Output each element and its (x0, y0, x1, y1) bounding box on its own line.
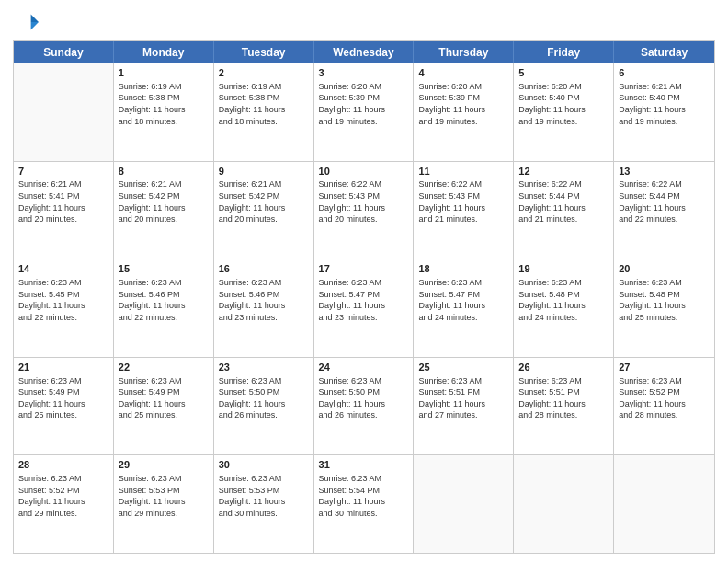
calendar-row-5: 28Sunrise: 6:23 AM Sunset: 5:52 PM Dayli… (14, 454, 714, 553)
calendar-row-4: 21Sunrise: 6:23 AM Sunset: 5:49 PM Dayli… (14, 357, 714, 455)
header-day-friday: Friday (514, 41, 614, 63)
header (13, 9, 715, 35)
cell-info: Sunrise: 6:21 AM Sunset: 5:42 PM Dayligh… (219, 178, 309, 224)
calendar-cell-10: 10Sunrise: 6:22 AM Sunset: 5:43 PM Dayli… (314, 162, 415, 259)
day-number: 8 (119, 165, 209, 178)
calendar-cell-empty (514, 455, 614, 553)
day-number: 22 (119, 361, 209, 374)
calendar-cell-6: 6Sunrise: 6:21 AM Sunset: 5:40 PM Daylig… (614, 63, 714, 161)
calendar-cell-14: 14Sunrise: 6:23 AM Sunset: 5:45 PM Dayli… (14, 259, 114, 357)
day-number: 27 (619, 361, 710, 374)
cell-info: Sunrise: 6:23 AM Sunset: 5:52 PM Dayligh… (18, 473, 108, 519)
day-number: 10 (319, 165, 409, 178)
cell-info: Sunrise: 6:22 AM Sunset: 5:44 PM Dayligh… (619, 178, 710, 224)
calendar-row-2: 7Sunrise: 6:21 AM Sunset: 5:41 PM Daylig… (14, 161, 714, 259)
header-day-tuesday: Tuesday (214, 41, 314, 63)
day-number: 5 (518, 66, 609, 80)
cell-info: Sunrise: 6:23 AM Sunset: 5:48 PM Dayligh… (619, 277, 710, 323)
calendar-cell-11: 11Sunrise: 6:22 AM Sunset: 5:43 PM Dayli… (414, 162, 514, 259)
cell-info: Sunrise: 6:19 AM Sunset: 5:38 PM Dayligh… (119, 81, 209, 127)
header-day-monday: Monday (114, 41, 214, 63)
calendar-cell-31: 31Sunrise: 6:23 AM Sunset: 5:54 PM Dayli… (314, 455, 415, 553)
day-number: 25 (418, 361, 508, 374)
cell-info: Sunrise: 6:23 AM Sunset: 5:54 PM Dayligh… (319, 473, 409, 519)
day-number: 21 (18, 361, 108, 374)
calendar: SundayMondayTuesdayWednesdayThursdayFrid… (13, 40, 715, 554)
day-number: 6 (619, 66, 710, 80)
calendar-cell-2: 2Sunrise: 6:19 AM Sunset: 5:38 PM Daylig… (214, 63, 314, 161)
calendar-cell-26: 26Sunrise: 6:23 AM Sunset: 5:51 PM Dayli… (514, 358, 614, 455)
cell-info: Sunrise: 6:23 AM Sunset: 5:51 PM Dayligh… (418, 375, 508, 421)
day-number: 12 (518, 165, 609, 178)
calendar-cell-23: 23Sunrise: 6:23 AM Sunset: 5:50 PM Dayli… (214, 358, 314, 455)
calendar-cell-20: 20Sunrise: 6:23 AM Sunset: 5:48 PM Dayli… (614, 259, 714, 357)
cell-info: Sunrise: 6:23 AM Sunset: 5:47 PM Dayligh… (319, 277, 409, 323)
day-number: 1 (119, 66, 209, 80)
day-number: 19 (518, 262, 609, 276)
calendar-cell-1: 1Sunrise: 6:19 AM Sunset: 5:38 PM Daylig… (114, 63, 214, 161)
cell-info: Sunrise: 6:22 AM Sunset: 5:43 PM Dayligh… (418, 178, 508, 224)
calendar-cell-5: 5Sunrise: 6:20 AM Sunset: 5:40 PM Daylig… (514, 63, 614, 161)
cell-info: Sunrise: 6:23 AM Sunset: 5:48 PM Dayligh… (518, 277, 609, 323)
cell-info: Sunrise: 6:21 AM Sunset: 5:42 PM Dayligh… (119, 178, 209, 224)
calendar-cell-4: 4Sunrise: 6:20 AM Sunset: 5:39 PM Daylig… (414, 63, 514, 161)
day-number: 26 (518, 361, 609, 374)
header-day-wednesday: Wednesday (314, 41, 415, 63)
header-day-sunday: Sunday (14, 41, 114, 63)
cell-info: Sunrise: 6:23 AM Sunset: 5:50 PM Dayligh… (319, 375, 409, 421)
calendar-cell-25: 25Sunrise: 6:23 AM Sunset: 5:51 PM Dayli… (414, 358, 514, 455)
calendar-cell-29: 29Sunrise: 6:23 AM Sunset: 5:53 PM Dayli… (114, 455, 214, 553)
calendar-cell-empty (414, 455, 514, 553)
cell-info: Sunrise: 6:23 AM Sunset: 5:49 PM Dayligh… (18, 375, 108, 421)
calendar-cell-30: 30Sunrise: 6:23 AM Sunset: 5:53 PM Dayli… (214, 455, 314, 553)
cell-info: Sunrise: 6:23 AM Sunset: 5:45 PM Dayligh… (18, 277, 108, 323)
day-number: 13 (619, 165, 710, 178)
calendar-cell-3: 3Sunrise: 6:20 AM Sunset: 5:39 PM Daylig… (314, 63, 415, 161)
day-number: 30 (219, 458, 309, 472)
calendar-cell-18: 18Sunrise: 6:23 AM Sunset: 5:47 PM Dayli… (414, 259, 514, 357)
cell-info: Sunrise: 6:21 AM Sunset: 5:41 PM Dayligh… (18, 178, 108, 224)
calendar-cell-13: 13Sunrise: 6:22 AM Sunset: 5:44 PM Dayli… (614, 162, 714, 259)
day-number: 2 (219, 66, 309, 80)
calendar-cell-12: 12Sunrise: 6:22 AM Sunset: 5:44 PM Dayli… (514, 162, 614, 259)
cell-info: Sunrise: 6:23 AM Sunset: 5:46 PM Dayligh… (219, 277, 309, 323)
cell-info: Sunrise: 6:20 AM Sunset: 5:40 PM Dayligh… (518, 81, 609, 127)
svg-marker-0 (31, 15, 39, 22)
cell-info: Sunrise: 6:23 AM Sunset: 5:53 PM Dayligh… (219, 473, 309, 519)
day-number: 3 (319, 66, 409, 80)
calendar-header: SundayMondayTuesdayWednesdayThursdayFrid… (14, 41, 714, 63)
cell-info: Sunrise: 6:19 AM Sunset: 5:38 PM Dayligh… (219, 81, 309, 127)
calendar-cell-empty (14, 63, 114, 161)
cell-info: Sunrise: 6:22 AM Sunset: 5:44 PM Dayligh… (518, 178, 609, 224)
day-number: 24 (319, 361, 409, 374)
day-number: 17 (319, 262, 409, 276)
logo-icon (13, 9, 39, 35)
calendar-cell-22: 22Sunrise: 6:23 AM Sunset: 5:49 PM Dayli… (114, 358, 214, 455)
cell-info: Sunrise: 6:23 AM Sunset: 5:47 PM Dayligh… (418, 277, 508, 323)
cell-info: Sunrise: 6:20 AM Sunset: 5:39 PM Dayligh… (319, 81, 409, 127)
day-number: 14 (18, 262, 108, 276)
day-number: 7 (18, 165, 108, 178)
cell-info: Sunrise: 6:23 AM Sunset: 5:49 PM Dayligh… (119, 375, 209, 421)
calendar-cell-7: 7Sunrise: 6:21 AM Sunset: 5:41 PM Daylig… (14, 162, 114, 259)
cell-info: Sunrise: 6:23 AM Sunset: 5:50 PM Dayligh… (219, 375, 309, 421)
header-day-saturday: Saturday (614, 41, 714, 63)
calendar-row-1: 1Sunrise: 6:19 AM Sunset: 5:38 PM Daylig… (14, 63, 714, 161)
calendar-cell-15: 15Sunrise: 6:23 AM Sunset: 5:46 PM Dayli… (114, 259, 214, 357)
day-number: 31 (319, 458, 409, 472)
calendar-cell-8: 8Sunrise: 6:21 AM Sunset: 5:42 PM Daylig… (114, 162, 214, 259)
calendar-cell-16: 16Sunrise: 6:23 AM Sunset: 5:46 PM Dayli… (214, 259, 314, 357)
header-day-thursday: Thursday (414, 41, 514, 63)
day-number: 28 (18, 458, 108, 472)
day-number: 4 (418, 66, 508, 80)
calendar-cell-24: 24Sunrise: 6:23 AM Sunset: 5:50 PM Dayli… (314, 358, 415, 455)
cell-info: Sunrise: 6:21 AM Sunset: 5:40 PM Dayligh… (619, 81, 710, 127)
logo (13, 9, 42, 35)
day-number: 15 (119, 262, 209, 276)
page: SundayMondayTuesdayWednesdayThursdayFrid… (0, 0, 728, 563)
day-number: 9 (219, 165, 309, 178)
calendar-cell-21: 21Sunrise: 6:23 AM Sunset: 5:49 PM Dayli… (14, 358, 114, 455)
calendar-body: 1Sunrise: 6:19 AM Sunset: 5:38 PM Daylig… (14, 63, 714, 553)
cell-info: Sunrise: 6:23 AM Sunset: 5:46 PM Dayligh… (119, 277, 209, 323)
calendar-cell-27: 27Sunrise: 6:23 AM Sunset: 5:52 PM Dayli… (614, 358, 714, 455)
